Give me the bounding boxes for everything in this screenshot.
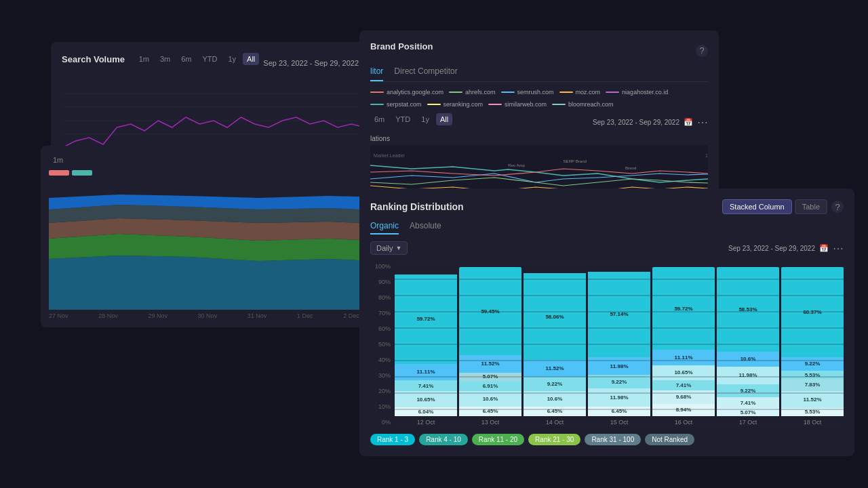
ranking-help-icon[interactable]: ? xyxy=(831,201,844,213)
time-btn-3m[interactable]: 3m xyxy=(156,53,174,65)
legend-niaga: niagahoster.co.id xyxy=(606,89,668,96)
legend-rank-4-10[interactable]: Rank 4 - 10 xyxy=(419,434,468,445)
bar-chart-wrapper: 100% 90% 80% 70% 60% 50% 40% 30% 20% 10%… xyxy=(370,263,844,426)
table-btn[interactable]: Table xyxy=(795,199,827,214)
bar-label-12oct: 12 Oct xyxy=(417,419,435,426)
ranking-calendar-icon: 📅 xyxy=(819,244,829,253)
time-btn-all[interactable]: All xyxy=(243,53,259,65)
brand-time-filters: 6m YTD 1y All xyxy=(370,113,452,125)
svg-text:Market Leader: Market Leader xyxy=(374,153,405,158)
bar-label-16oct: 16 Oct xyxy=(675,419,693,426)
brand-calendar-icon: 📅 xyxy=(684,118,693,127)
ranking-legend: Rank 1 - 3 Rank 4 - 10 Rank 11 - 20 Rank… xyxy=(370,434,844,445)
search-time-filters: 1m 3m 6m YTD 1y All xyxy=(135,53,260,65)
legend-rank-21-30[interactable]: Rank 21 - 30 xyxy=(528,434,580,445)
stacked-area-chart: 60% 40% 20% 0% xyxy=(49,181,406,310)
brand-chart-subtitle: lations xyxy=(370,135,708,142)
legend-rank-11-20[interactable]: Rank 11 - 20 xyxy=(472,434,524,445)
bar-col-16oct: 8.94% 9.68% 7.41% 10.65% 11.11% 59.72% 1… xyxy=(652,267,715,426)
tab-organic[interactable]: Organic xyxy=(370,221,399,235)
brand-btn-1y[interactable]: 1y xyxy=(417,113,433,125)
legend-analytics: analytics.google.com xyxy=(370,89,443,96)
brand-position-title: Brand Position xyxy=(370,41,433,52)
stacked-x-labels: 27 Nov 28 Nov 29 Nov 30 Nov 31 Nov 1 Dec… xyxy=(49,312,406,319)
legend-rank-31-100[interactable]: Rank 31 - 100 xyxy=(585,434,641,445)
y-axis: 100% 90% 80% 70% 60% 50% 40% 30% 20% 10%… xyxy=(370,263,395,426)
ranking-controls: Daily ▼ Sep 23, 2022 - Sep 29, 2022 📅 ⋯ xyxy=(370,241,844,255)
legend-ahrefs: ahrefs.com xyxy=(449,89,496,96)
bar-label-15oct: 15 Oct xyxy=(610,419,629,426)
legend-similar: similarweb.com xyxy=(488,101,547,108)
tab-direct-competitor[interactable]: Direct Competitor xyxy=(394,66,457,81)
brand-btn-ytd[interactable]: YTD xyxy=(391,113,414,125)
bar-col-14oct: 6.45% 10.6% 9.22% 11.52% 58.06% 14 Oct xyxy=(524,267,586,426)
bar-label-13oct: 13 Oct xyxy=(481,419,500,426)
ranking-more-icon[interactable]: ⋯ xyxy=(833,242,844,255)
svg-marker-8 xyxy=(49,256,406,310)
bar-label-18oct: 18 Oct xyxy=(804,419,822,426)
svg-text:1: 1 xyxy=(705,153,708,158)
stacked-btn-1m[interactable]: 1m xyxy=(49,154,67,166)
ranking-date-range: Sep 23, 2022 - Sep 29, 2022 xyxy=(728,245,815,252)
daily-select[interactable]: Daily ▼ xyxy=(370,241,408,255)
svg-text:Brand: Brand xyxy=(625,166,636,170)
view-toggles: Stacked Column Table xyxy=(722,199,827,214)
bar-col-13oct: 6.45% 10.6% 6.91% 5.07% 11.52% 59.45% 13… xyxy=(459,267,521,426)
bar-col-15oct: 6.45% 11.98% 9.22% 11.98% 57.14% 15 Oct xyxy=(588,267,650,426)
svg-text:Rev Amp: Rev Amp xyxy=(508,163,525,167)
search-volume-title: Search Volume xyxy=(62,54,125,64)
legend-seranking: seranking.com xyxy=(427,101,484,108)
brand-btn-6m[interactable]: 6m xyxy=(370,113,389,125)
brand-date-range: Sep 23, 2022 - Sep 29, 2022 xyxy=(593,119,679,126)
ranking-tabs: Organic Absolute xyxy=(370,221,844,235)
ranking-distribution-panel: Ranking Distribution Stacked Column Tabl… xyxy=(359,188,854,456)
bar-col-18oct: 5.53% 11.52% 7.83% 5.53% 9.22% 60.37% 18… xyxy=(781,267,844,426)
legend-bloom: bloomreach.com xyxy=(552,101,614,108)
brand-more-icon[interactable]: ⋯ xyxy=(697,116,708,129)
chevron-down-icon: ▼ xyxy=(395,245,401,251)
stacked-column-btn[interactable]: Stacked Column xyxy=(722,199,792,214)
legend-moz: moz.com xyxy=(559,89,601,96)
time-btn-1y[interactable]: 1y xyxy=(224,53,240,65)
brand-legend: analytics.google.com ahrefs.com semrush.… xyxy=(370,89,708,108)
legend-semrush: semrush.com xyxy=(501,89,554,96)
bar-label-17oct: 17 Oct xyxy=(739,419,757,426)
ranking-title: Ranking Distribution xyxy=(370,201,464,212)
tab-absolute[interactable]: Absolute xyxy=(410,221,441,235)
stacked-area-panel: 1m 60% 40% 20% 0% 27 Nov 28 Nov 29 Nov 3… xyxy=(41,146,414,327)
bar-col-17oct: 5.07% 7.41% 9.22% 11.98% 10.6% 58.53% 17… xyxy=(717,267,779,426)
time-btn-ytd[interactable]: YTD xyxy=(198,53,221,65)
tab-litor[interactable]: litor xyxy=(370,66,383,81)
legend-rank-1-3[interactable]: Rank 1 - 3 xyxy=(370,434,415,445)
bar-chart: 6.04% 10.65% 7.41% 11.11% 59.72% 12 Oct … xyxy=(395,263,844,426)
brand-help-icon[interactable]: ? xyxy=(696,45,708,57)
time-btn-1m[interactable]: 1m xyxy=(135,53,153,65)
search-date-range[interactable]: Sep 23, 2022 - Sep 29, 2022 📅 xyxy=(263,59,371,68)
brand-tabs: litor Direct Competitor xyxy=(370,66,708,82)
legend-not-ranked[interactable]: Not Ranked xyxy=(645,434,694,445)
bar-col-12oct: 6.04% 10.65% 7.41% 11.11% 59.72% 12 Oct xyxy=(395,267,457,426)
bar-label-14oct: 14 Oct xyxy=(546,419,564,426)
svg-text:SERP Brand: SERP Brand xyxy=(564,159,587,163)
brand-btn-all[interactable]: All xyxy=(436,113,452,125)
legend-serpstat: serpstat.com xyxy=(370,101,422,108)
time-btn-6m[interactable]: 6m xyxy=(177,53,195,65)
